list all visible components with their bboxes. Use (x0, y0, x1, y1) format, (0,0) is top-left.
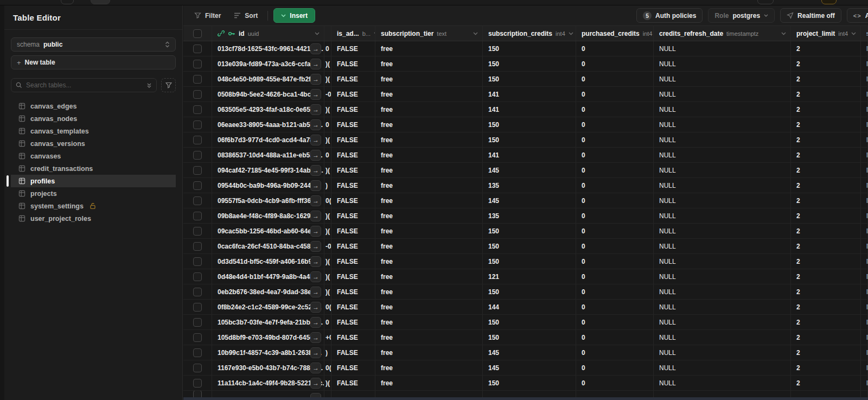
row-checkbox[interactable] (193, 212, 202, 220)
cell-su[interactable]: NU (861, 163, 868, 177)
cell-su[interactable]: NU (861, 102, 868, 117)
row-checkbox[interactable] (193, 379, 202, 388)
cell-su[interactable]: NU (861, 254, 868, 269)
expand-row-button[interactable]: → (310, 195, 321, 206)
cell-clipped[interactable]: )( (324, 163, 331, 177)
cell-su[interactable]: NU (861, 330, 868, 345)
cell-clipped[interactable]: ) (324, 178, 331, 193)
cell-credits-refresh-date[interactable]: NULL (654, 284, 791, 299)
cell-credits-refresh-date[interactable]: NULL (654, 102, 791, 117)
cell-is-admin[interactable]: FALSE (331, 284, 375, 299)
column-header-id[interactable]: id uuid (212, 26, 324, 41)
cell-subscription-credits[interactable]: 150 (483, 376, 576, 390)
cell-su[interactable]: NU (861, 117, 868, 132)
expand-row-button[interactable]: → (310, 332, 321, 343)
cell-project-limit[interactable]: 2 (791, 41, 861, 56)
row-checkbox[interactable] (193, 105, 202, 114)
cell-subscription-tier[interactable]: free (375, 208, 483, 223)
row-checkbox[interactable] (193, 90, 202, 99)
cell-clipped[interactable]: )( (324, 254, 331, 269)
cell-id[interactable]: 0d48e4d4-b1bf-4479-9a8b-4a4b...→ (212, 269, 324, 284)
expand-row-button[interactable]: → (310, 378, 321, 389)
cell-credits-refresh-date[interactable]: NULL (654, 224, 791, 238)
sidebar-item-canvases[interactable]: canvases (11, 150, 176, 162)
cell-is-admin[interactable]: FALSE (331, 330, 375, 345)
cell-subscription-credits[interactable]: 150 (483, 254, 576, 269)
cell-purchased-credits[interactable]: 0 (576, 163, 654, 177)
cell-is-admin[interactable]: FALSE (331, 360, 375, 375)
cell-credits-refresh-date[interactable]: NULL (654, 300, 791, 314)
cell-subscription-credits[interactable]: 135 (483, 208, 576, 223)
cell-credits-refresh-date[interactable]: NULL (654, 148, 791, 162)
insert-button[interactable]: Insert (273, 8, 315, 23)
row-checkbox[interactable] (193, 333, 202, 342)
cell-id[interactable]: 0f8b24e2-c1c2-4589-99ce-2c52d...→ (212, 300, 324, 314)
cell-id[interactable]: 013e039a-fd89-473a-a3c6-ccfa9...→ (212, 56, 324, 71)
cell-project-limit[interactable]: 2 (791, 72, 861, 86)
sidebar-item-canvas_versions[interactable]: canvas_versions (11, 137, 176, 150)
cell-is-admin[interactable]: FALSE (331, 239, 375, 253)
cell-purchased-credits[interactable]: 0 (576, 284, 654, 299)
cell-is-admin[interactable]: FALSE (331, 41, 375, 56)
cell-subscription-credits[interactable]: 150 (483, 239, 576, 253)
cell-is-admin[interactable]: FALSE (331, 208, 375, 223)
cell-subscription-credits[interactable]: 150 (483, 330, 576, 345)
cell-purchased-credits[interactable]: 0 (576, 56, 654, 71)
row-checkbox[interactable] (193, 242, 202, 251)
cell-subscription-tier[interactable]: free (375, 132, 483, 147)
expand-row-button[interactable]: → (310, 271, 321, 282)
cell-id[interactable]: 11a114cb-1a4c-49f4-9b28-52219ec...→ (212, 376, 324, 390)
cell-clipped[interactable]: )( (324, 284, 331, 299)
cell-project-limit[interactable]: 2 (791, 102, 861, 117)
cell-credits-refresh-date[interactable]: NULL (654, 117, 791, 132)
cell-id[interactable]: 0d3d541d-bf5c-459f-a406-16b93...→ (212, 254, 324, 269)
cell-id[interactable]: 094caf42-7185-4e45-99f3-14abee...→ (212, 163, 324, 177)
expand-row-button[interactable]: → (310, 74, 321, 85)
cell-is-admin[interactable]: FALSE (331, 300, 375, 314)
sort-button[interactable]: Sort (229, 9, 262, 23)
column-header-su[interactable]: su (861, 26, 868, 41)
cell-subscription-tier[interactable]: free (375, 360, 483, 375)
cell-clipped[interactable]: -0 (324, 239, 331, 253)
cell-clipped[interactable]: 0( (324, 193, 331, 208)
api-docs-button[interactable]: <> API Do (847, 8, 868, 23)
schema-select[interactable]: schema public (11, 37, 176, 52)
cell-is-admin[interactable]: FALSE (331, 345, 375, 360)
cell-purchased-credits[interactable]: 0 (576, 193, 654, 208)
cell-subscription-tier[interactable]: free (375, 315, 483, 329)
cell-purchased-credits[interactable]: 0 (576, 300, 654, 314)
row-checkbox[interactable] (193, 120, 202, 129)
cell-id[interactable]: 048c4e50-b989-455e-847e-fb2f...→ (212, 72, 324, 86)
cell-credits-refresh-date[interactable]: NULL (654, 345, 791, 360)
sidebar-item-profiles[interactable]: profiles (11, 175, 176, 187)
cell-subscription-credits[interactable]: 150 (483, 284, 576, 299)
cell-purchased-credits[interactable]: 0 (576, 132, 654, 147)
cell-project-limit[interactable]: 2 (791, 284, 861, 299)
cell-project-limit[interactable]: 2 (791, 315, 861, 329)
cell-purchased-credits[interactable]: 0 (576, 254, 654, 269)
cell-clipped[interactable]: 0( (324, 300, 331, 314)
cell-purchased-credits[interactable]: 0 (576, 41, 654, 56)
expand-row-button[interactable]: → (310, 43, 321, 54)
expand-row-button[interactable]: → (310, 180, 321, 191)
column-header-project-limit[interactable]: project_limit int4 (791, 26, 861, 41)
cell-subscription-tier[interactable]: free (375, 254, 483, 269)
column-header-subscription-tier[interactable]: subscription_tier text (375, 26, 483, 41)
cell-project-limit[interactable]: 2 (791, 360, 861, 375)
cell-clipped[interactable]: )( (324, 102, 331, 117)
cell-project-limit[interactable]: 2 (791, 163, 861, 177)
auth-policies-button[interactable]: 5 Auth policies (636, 8, 703, 23)
expand-row-button[interactable]: → (310, 119, 321, 130)
cell-credits-refresh-date[interactable]: NULL (654, 208, 791, 223)
cell-su[interactable]: NU (861, 360, 868, 375)
cell-subscription-credits[interactable]: 145 (483, 360, 576, 375)
cell-clipped[interactable]: )( (324, 56, 331, 71)
cell-project-limit[interactable]: 2 (791, 193, 861, 208)
cell-subscription-credits[interactable]: 150 (483, 132, 576, 147)
cell-su[interactable]: NU (861, 193, 868, 208)
sidebar-item-canvas_templates[interactable]: canvas_templates (11, 125, 176, 137)
row-checkbox[interactable] (193, 303, 202, 312)
cell-id[interactable]: 09cac5bb-1256-46bd-ab60-64ed...→ (212, 224, 324, 238)
cell-credits-refresh-date[interactable]: NULL (654, 72, 791, 86)
cell-purchased-credits[interactable]: 0 (576, 269, 654, 284)
